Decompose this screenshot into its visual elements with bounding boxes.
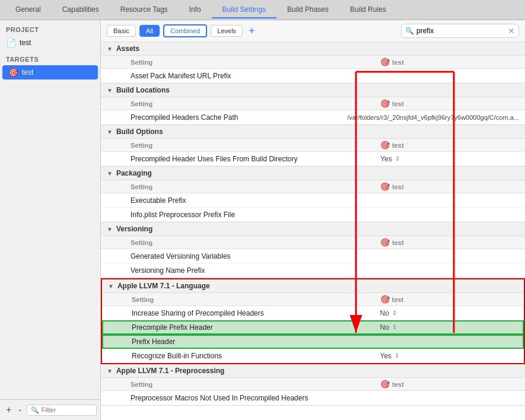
- section-apple-llvm-preprocessing-title: Apple LLVM 7.1 - Preprocessing: [116, 367, 224, 375]
- sidebar: PROJECT 📄 test TARGETS 🎯 test + - 🔍: [0, 20, 101, 420]
- collapse-triangle: ▼: [107, 46, 113, 52]
- tab-info[interactable]: Info: [179, 2, 212, 18]
- add-item-button[interactable]: +: [4, 403, 14, 416]
- add-setting-button[interactable]: +: [246, 25, 257, 37]
- section-build-locations-header[interactable]: ▼ Build Locations: [101, 84, 525, 97]
- section-build-options-header[interactable]: ▼ Build Options: [101, 125, 525, 139]
- prefix-header-row[interactable]: Prefix Header: [102, 335, 524, 349]
- section-packaging: ▼ Packaging Setting 🎯 test Executable Pr…: [101, 167, 525, 222]
- table-row[interactable]: Versioning Name Prefix: [101, 263, 525, 278]
- section-apple-llvm-preprocessing-header[interactable]: ▼ Apple LLVM 7.1 - Preprocessing: [101, 364, 525, 378]
- target-item-label: test: [22, 68, 33, 77]
- section-assets-title: Assets: [116, 44, 139, 53]
- apple-llvm-language-table-header: Setting 🎯 test: [102, 293, 524, 306]
- project-item-label: test: [20, 39, 31, 47]
- combined-filter-button[interactable]: Combined: [163, 24, 207, 37]
- table-row[interactable]: Generated Versioning Variables: [101, 249, 525, 263]
- tab-build-rules[interactable]: Build Rules: [339, 2, 397, 18]
- project-icon: 📄: [6, 38, 16, 47]
- section-packaging-title: Packaging: [116, 169, 152, 177]
- section-packaging-header[interactable]: ▼ Packaging: [101, 167, 525, 180]
- top-tab-bar: General Capabilities Resource Tags Info …: [0, 0, 525, 20]
- tab-build-phases[interactable]: Build Phases: [276, 2, 339, 18]
- sidebar-item-project[interactable]: 📄 test: [0, 36, 100, 50]
- tab-build-settings[interactable]: Build Settings: [212, 2, 276, 18]
- section-assets-header[interactable]: ▼ Assets: [101, 42, 525, 56]
- collapse-triangle: ▼: [107, 87, 113, 94]
- search-input[interactable]: [416, 27, 505, 35]
- section-build-options-title: Build Options: [116, 128, 163, 136]
- settings-list: ▼ Assets Setting 🎯 test Asset Pack Manif…: [101, 42, 525, 420]
- tab-capabilities[interactable]: Capabilities: [52, 2, 110, 18]
- sidebar-item-target[interactable]: 🎯 test: [2, 65, 98, 79]
- versioning-table-header: Setting 🎯 test: [101, 236, 525, 249]
- clear-search-button[interactable]: ✕: [508, 26, 515, 36]
- basic-filter-button[interactable]: Basic: [107, 25, 136, 37]
- collapse-triangle: ▼: [107, 226, 113, 233]
- precompile-prefix-header-row[interactable]: Precompile Prefix Header No ⇕: [102, 320, 524, 335]
- levels-filter-button[interactable]: Levels: [211, 25, 243, 37]
- section-versioning-header[interactable]: ▼ Versioning: [101, 222, 525, 236]
- search-box: 🔍 ✕: [401, 24, 519, 38]
- content-area: Basic All Combined Levels + 🔍 ✕: [101, 20, 525, 420]
- packaging-table-header: Setting 🎯 test: [101, 180, 525, 193]
- table-row[interactable]: Preprocessor Macros Not Used In Precompi…: [101, 391, 525, 405]
- sidebar-bottom: + - 🔍: [0, 399, 100, 420]
- all-filter-button[interactable]: All: [139, 25, 160, 37]
- apple-llvm-preprocessing-table-header: Setting 🎯 test: [101, 378, 525, 391]
- table-row[interactable]: Info.plist Preprocessor Prefix File: [101, 208, 525, 222]
- tab-resource-tags[interactable]: Resource Tags: [110, 2, 179, 18]
- sidebar-filter: 🔍: [27, 405, 97, 416]
- filter-bar: Basic All Combined Levels + 🔍 ✕: [101, 20, 525, 42]
- section-assets: ▼ Assets Setting 🎯 test Asset Pack Manif…: [101, 42, 525, 84]
- assets-table-header: Setting 🎯 test: [101, 56, 525, 69]
- table-row[interactable]: Increase Sharing of Precompiled Headers …: [102, 306, 524, 320]
- build-options-table-header: Setting 🎯 test: [101, 139, 525, 152]
- collapse-triangle: ▼: [108, 283, 114, 289]
- targets-section-label: TARGETS: [0, 50, 100, 65]
- section-apple-llvm-language: ▼ Apple LLVM 7.1 - Language Setting 🎯 te…: [101, 278, 525, 364]
- search-icon: 🔍: [405, 27, 414, 35]
- target-icon: 🎯: [8, 68, 18, 77]
- section-apple-llvm-language-header[interactable]: ▼ Apple LLVM 7.1 - Language: [102, 279, 524, 293]
- section-apple-llvm-language-title: Apple LLVM 7.1 - Language: [117, 282, 210, 290]
- section-build-options: ▼ Build Options Setting 🎯 test Precompil…: [101, 125, 525, 167]
- section-apple-llvm-preprocessing: ▼ Apple LLVM 7.1 - Preprocessing Setting…: [101, 364, 525, 406]
- build-locations-table-header: Setting 🎯 test: [101, 97, 525, 110]
- collapse-triangle: ▼: [107, 368, 113, 374]
- filter-input[interactable]: [42, 406, 93, 413]
- section-build-locations: ▼ Build Locations Setting 🎯 test Precomp…: [101, 84, 525, 125]
- table-row[interactable]: Executable Prefix: [101, 193, 525, 208]
- section-versioning-title: Versioning: [116, 225, 152, 233]
- table-row[interactable]: Precompiled Header Uses Files From Build…: [101, 152, 525, 166]
- table-row[interactable]: Recognize Built-in Functions Yes ⇕: [102, 349, 524, 363]
- table-row[interactable]: Precompiled Headers Cache Path /var/fold…: [101, 110, 525, 125]
- section-versioning: ▼ Versioning Setting 🎯 test Generated Ve…: [101, 222, 525, 278]
- tab-general[interactable]: General: [5, 2, 52, 18]
- project-section-label: PROJECT: [0, 20, 100, 36]
- collapse-triangle: ▼: [107, 170, 113, 177]
- table-row[interactable]: Asset Pack Manifest URL Prefix: [101, 69, 525, 83]
- section-build-locations-title: Build Locations: [116, 86, 170, 94]
- filter-icon: 🔍: [31, 406, 39, 414]
- remove-item-button[interactable]: -: [16, 403, 24, 416]
- collapse-triangle: ▼: [107, 129, 113, 135]
